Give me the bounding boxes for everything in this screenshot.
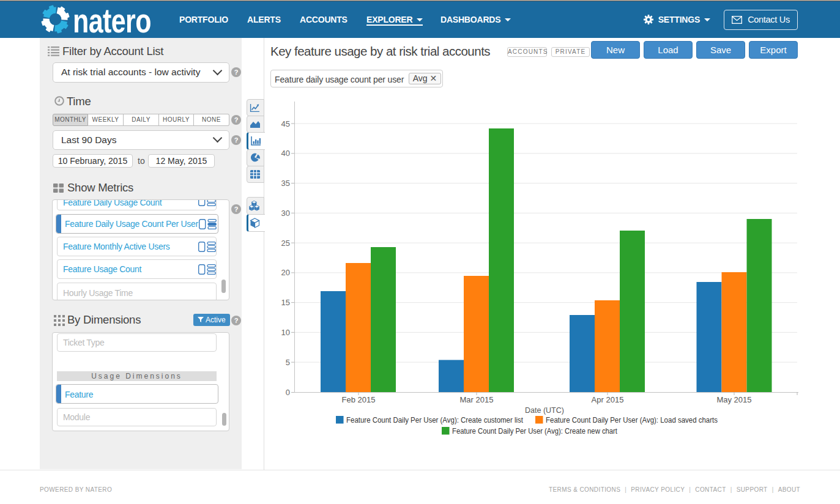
svg-text:Feature Count Daily Per User (: Feature Count Daily Per User (Avg): Crea… xyxy=(346,416,523,424)
svg-text:Feb 2015: Feb 2015 xyxy=(342,395,376,404)
svg-text:35: 35 xyxy=(281,179,290,188)
svg-text:0: 0 xyxy=(286,388,290,397)
svg-text:40: 40 xyxy=(281,149,290,158)
svg-text:May 2015: May 2015 xyxy=(716,395,751,404)
svg-text:25: 25 xyxy=(281,239,290,248)
svg-text:30: 30 xyxy=(281,209,290,218)
svg-text:15: 15 xyxy=(281,298,290,307)
svg-text:Mar 2015: Mar 2015 xyxy=(460,395,494,404)
svg-text:20: 20 xyxy=(281,268,290,277)
svg-text:10: 10 xyxy=(281,328,290,337)
svg-text:Feature Count Daily Per User (: Feature Count Daily Per User (Avg): Crea… xyxy=(452,427,617,435)
svg-text:45: 45 xyxy=(281,119,290,128)
svg-text:Feature Count Daily Per User (: Feature Count Daily Per User (Avg): Load… xyxy=(546,416,718,424)
svg-text:5: 5 xyxy=(286,358,290,367)
svg-text:Date (UTC): Date (UTC) xyxy=(525,406,564,415)
svg-text:Apr 2015: Apr 2015 xyxy=(592,395,624,404)
